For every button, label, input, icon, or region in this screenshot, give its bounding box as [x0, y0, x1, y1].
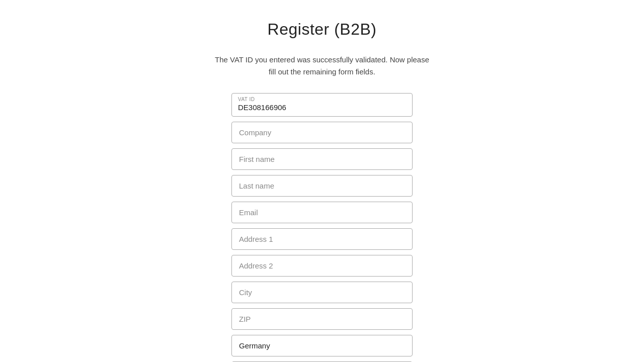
subtitle-line2: fill out the remaining form fields.: [269, 67, 375, 76]
zip-input[interactable]: [231, 308, 413, 330]
vat-field-wrapper: VAT ID DE308166906: [231, 93, 413, 117]
company-input[interactable]: [231, 122, 413, 143]
vat-label: VAT ID: [238, 97, 406, 102]
subtitle: The VAT ID you entered was successfully …: [215, 54, 429, 78]
page-title: Register (B2B): [268, 20, 377, 39]
subtitle-line1: The VAT ID you entered was successfully …: [215, 55, 429, 64]
page-container: Register (B2B) The VAT ID you entered wa…: [0, 0, 644, 362]
email-input[interactable]: [231, 202, 413, 223]
last-name-input[interactable]: [231, 175, 413, 197]
address2-input[interactable]: [231, 255, 413, 277]
city-input[interactable]: [231, 282, 413, 303]
first-name-input[interactable]: [231, 148, 413, 170]
country-input[interactable]: [231, 335, 413, 356]
vat-value: DE308166906: [238, 103, 286, 112]
registration-form: VAT ID DE308166906: [231, 93, 413, 362]
address1-input[interactable]: [231, 228, 413, 250]
